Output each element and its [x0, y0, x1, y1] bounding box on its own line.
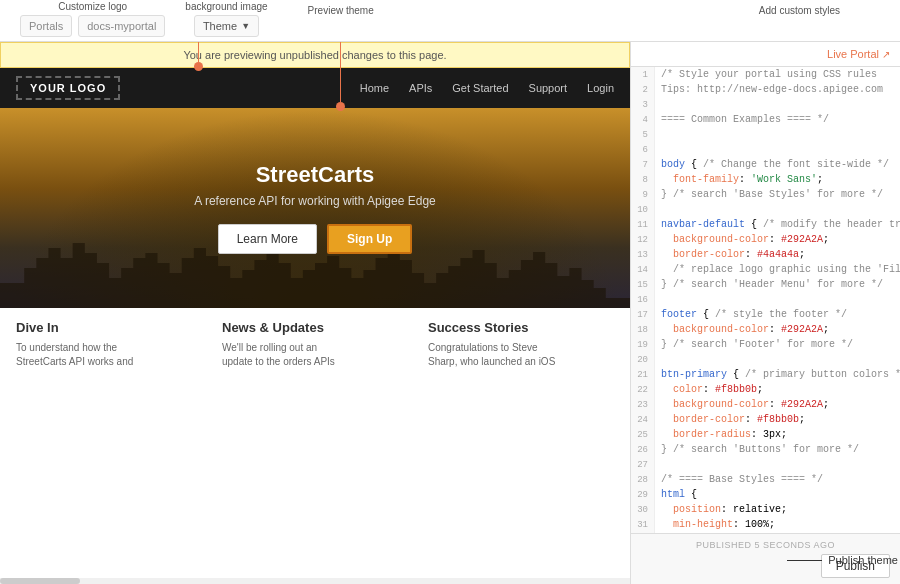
nav-login[interactable]: Login: [587, 82, 614, 94]
horizontal-scrollbar[interactable]: [0, 578, 630, 584]
css-panel-header: Live Portal ↗: [631, 42, 900, 67]
code-line-5: 5: [631, 127, 900, 142]
portal-nav: YOUR LOGO Home APIs Get Started Support …: [0, 68, 630, 108]
portal-cards: Dive In To understand how theStreetCarts…: [0, 308, 630, 381]
chevron-down-icon: ▼: [241, 21, 250, 31]
live-portal-link[interactable]: Live Portal ↗: [827, 48, 890, 60]
customize-bg-label: Customize background image: [185, 0, 267, 13]
css-panel: Live Portal ↗ 1 /* Style your portal usi…: [630, 42, 900, 584]
preview-connector-line: [340, 42, 341, 102]
code-line-8: 8 font-family: 'Work Sans';: [631, 172, 900, 187]
card-success-title: Success Stories: [428, 320, 614, 335]
code-line-19: 19 } /* search 'Footer' for more */: [631, 337, 900, 352]
hero-buttons: Learn More Sign Up: [194, 224, 435, 254]
code-line-16: 16: [631, 292, 900, 307]
nav-support[interactable]: Support: [529, 82, 568, 94]
published-status: PUBLISHED 5 SECONDS AGO: [641, 540, 890, 550]
code-line-28: 28 /* ==== Base Styles ==== */: [631, 472, 900, 487]
card-news-title: News & Updates: [222, 320, 408, 335]
publish-theme-annotation: Publish theme: [787, 554, 898, 566]
code-line-9: 9 } /* search 'Base Styles' for more */: [631, 187, 900, 202]
nav-home[interactable]: Home: [360, 82, 389, 94]
hero-title: StreetCarts: [194, 162, 435, 188]
customize-logo-label: Customize logo: [58, 1, 127, 13]
signup-button[interactable]: Sign Up: [327, 224, 412, 254]
code-line-26: 26 } /* search 'Buttons' for more */: [631, 442, 900, 457]
code-line-23: 23 background-color: #292A2A;: [631, 397, 900, 412]
nav-apis[interactable]: APIs: [409, 82, 432, 94]
portal-nav-links: Home APIs Get Started Support Login: [360, 82, 614, 94]
code-line-17: 17 footer { /* style the footer */: [631, 307, 900, 322]
code-line-4: 4 ==== Common Examples ==== */: [631, 112, 900, 127]
code-line-32: 32 }: [631, 532, 900, 533]
app-container: Customize logo Portals docs-myportal Cus…: [0, 0, 900, 584]
preview-banner: You are previewing unpublished changes t…: [0, 42, 630, 68]
card-dive-in-title: Dive In: [16, 320, 202, 335]
hero-content: StreetCarts A reference API for working …: [194, 162, 435, 254]
card-news: News & Updates We'll be rolling out anup…: [222, 320, 408, 369]
code-line-18: 18 background-color: #292A2A;: [631, 322, 900, 337]
code-line-30: 30 position: relative;: [631, 502, 900, 517]
scrollbar-thumb[interactable]: [0, 578, 80, 584]
card-dive-in: Dive In To understand how theStreetCarts…: [16, 320, 202, 369]
external-link-icon: ↗: [882, 49, 890, 60]
bg-connector-dot: [194, 62, 203, 71]
toolbar: Customize logo Portals docs-myportal Cus…: [0, 0, 900, 42]
code-line-11: 11 navbar-default { /* modify the header…: [631, 217, 900, 232]
learn-more-button[interactable]: Learn More: [218, 224, 317, 254]
preview-connector-dot: [336, 102, 345, 111]
code-line-20: 20: [631, 352, 900, 367]
code-line-27: 27: [631, 457, 900, 472]
card-success: Success Stories Congratulations to Steve…: [428, 320, 614, 369]
preview-theme-label: Preview theme: [308, 5, 374, 17]
code-line-31: 31 min-height: 100%;: [631, 517, 900, 532]
code-line-14: 14 /* replace logo graphic using the 'Fi…: [631, 262, 900, 277]
hero-subtitle: A reference API for working with Apigee …: [194, 194, 435, 208]
code-line-15: 15 } /* search 'Header Menu' for more */: [631, 277, 900, 292]
card-success-text: Congratulations to SteveSharp, who launc…: [428, 341, 614, 369]
code-line-3: 3: [631, 97, 900, 112]
code-line-7: 7 body { /* Change the font site-wide */: [631, 157, 900, 172]
portals-input[interactable]: Portals: [20, 15, 72, 37]
code-line-24: 24 border-color: #f8bb0b;: [631, 412, 900, 427]
annotation-line: [787, 560, 822, 561]
main-area: You are previewing unpublished changes t…: [0, 42, 900, 584]
code-line-10: 10: [631, 202, 900, 217]
code-line-6: 6: [631, 142, 900, 157]
code-line-1: 1 /* Style your portal using CSS rules: [631, 67, 900, 82]
publish-theme-label: Publish theme: [828, 554, 898, 566]
theme-select[interactable]: Theme ▼: [194, 15, 259, 37]
code-line-2: 2 Tips: http://new-edge-docs.apigee.com: [631, 82, 900, 97]
code-line-25: 25 border-radius: 3px;: [631, 427, 900, 442]
nav-get-started[interactable]: Get Started: [452, 82, 508, 94]
card-dive-in-text: To understand how theStreetCarts API wor…: [16, 341, 202, 369]
bg-connector-line: [198, 42, 199, 62]
code-line-13: 13 border-color: #4a4a4a;: [631, 247, 900, 262]
add-custom-styles-label: Add custom styles: [759, 5, 840, 17]
card-news-text: We'll be rolling out anupdate to the ord…: [222, 341, 408, 369]
code-line-22: 22 color: #f8bb0b;: [631, 382, 900, 397]
code-line-12: 12 background-color: #292A2A;: [631, 232, 900, 247]
portal-hero: StreetCarts A reference API for working …: [0, 108, 630, 308]
docs-input[interactable]: docs-myportal: [78, 15, 165, 37]
code-editor[interactable]: 1 /* Style your portal using CSS rules 2…: [631, 67, 900, 533]
portal-logo[interactable]: YOUR LOGO: [16, 76, 120, 100]
preview-panel: You are previewing unpublished changes t…: [0, 42, 630, 584]
code-line-21: 21 btn-primary { /* primary button color…: [631, 367, 900, 382]
code-line-29: 29 html {: [631, 487, 900, 502]
